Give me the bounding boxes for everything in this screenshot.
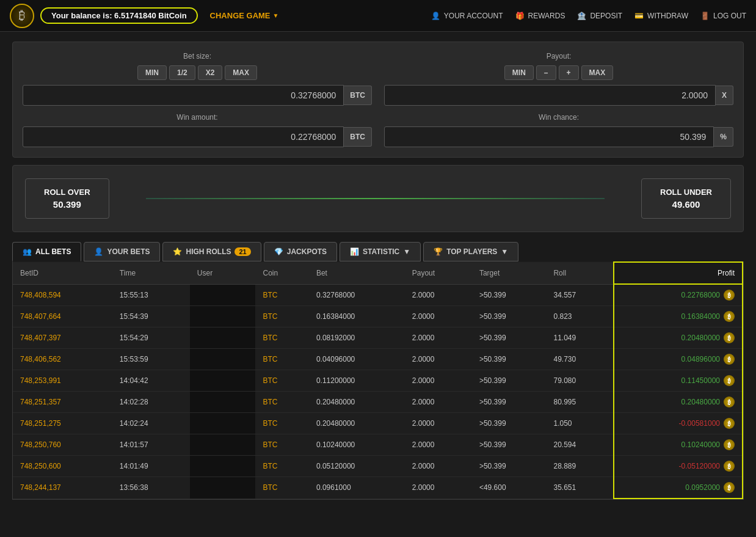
statistic-icon: 📊 (350, 247, 359, 256)
profit-value: -0.05120000 (679, 462, 720, 470)
logout-nav[interactable]: 🚪 LOG OUT (700, 12, 746, 20)
deposit-nav[interactable]: 🏦 DEPOSIT (577, 12, 622, 20)
cell-roll: 35.651 (546, 477, 614, 499)
tab-high-rolls[interactable]: ⭐ HIGH ROLLS 21 (162, 242, 261, 261)
payout-plus-button[interactable]: + (559, 65, 579, 80)
cell-user (190, 327, 256, 349)
tab-jackpots-label: JACKPOTS (287, 247, 327, 256)
roll-under-value: 49.600 (660, 199, 712, 210)
roll-section: ROLL OVER 50.399 ROLL UNDER 49.600 (12, 165, 744, 232)
rewards-icon: 🎁 (515, 12, 525, 20)
cell-betid: 748,251,357 (13, 392, 112, 413)
cell-profit: 0.20480000 ₿ (614, 392, 743, 413)
payout-label: Payout: (384, 52, 733, 60)
cell-target: >50.399 (472, 370, 547, 392)
cell-payout: 2.0000 (405, 434, 472, 456)
profit-btc-icon: ₿ (724, 461, 735, 472)
payout-minus-button[interactable]: – (536, 65, 556, 80)
tab-all-bets[interactable]: 👥 ALL BETS (12, 242, 81, 261)
profit-value: 0.16384000 (681, 312, 720, 321)
tab-statistic[interactable]: 📊 STATISTIC ▼ (340, 242, 421, 261)
logout-icon: 🚪 (700, 12, 710, 20)
cell-time: 14:01:57 (112, 434, 190, 456)
bet-size-input[interactable] (23, 85, 344, 106)
tab-top-players[interactable]: 🏆 TOP PLAYERS ▼ (423, 242, 518, 261)
cell-time: 14:02:24 (112, 413, 190, 434)
cell-betid: 748,251,275 (13, 413, 112, 434)
table-row[interactable]: 748,407,664 15:54:39 BTC 0.16384000 2.00… (13, 306, 743, 327)
cell-profit: 0.16384000 ₿ (614, 306, 743, 327)
profit-value: 0.20480000 (681, 398, 720, 406)
withdraw-nav[interactable]: 💳 WITHDRAW (634, 12, 688, 20)
cell-payout: 2.0000 (405, 392, 472, 413)
win-chance-input[interactable] (384, 126, 714, 147)
cell-bet: 0.11200000 (309, 370, 405, 392)
cell-user (190, 434, 256, 456)
header-nav: 👤 YOUR ACCOUNT 🎁 REWARDS 🏦 DEPOSIT 💳 WIT… (431, 12, 746, 20)
cell-payout: 2.0000 (405, 413, 472, 434)
bets-table-container: BetID Time User Coin Bet Payout Target R… (12, 261, 744, 500)
roll-under-button[interactable]: ROLL UNDER 49.600 (641, 178, 731, 219)
bet-double-button[interactable]: X2 (198, 65, 223, 80)
roll-over-button[interactable]: ROLL OVER 50.399 (25, 178, 109, 219)
bet-min-button[interactable]: MIN (137, 65, 167, 80)
tab-jackpots[interactable]: 💎 JACKPOTS (264, 242, 337, 261)
table-row[interactable]: 748,251,357 14:02:28 BTC 0.20480000 2.00… (13, 392, 743, 413)
top-players-icon: 🏆 (434, 247, 443, 256)
table-row[interactable]: 748,250,760 14:01:57 BTC 0.10240000 2.00… (13, 434, 743, 456)
cell-betid: 748,250,600 (13, 456, 112, 477)
cell-profit: 0.10240000 ₿ (614, 434, 743, 456)
cell-payout: 2.0000 (405, 477, 472, 499)
roll-over-label: ROLL OVER (44, 188, 90, 197)
cell-time: 14:04:42 (112, 370, 190, 392)
balance-display: Your balance is: 6.51741840 BitCoin (40, 7, 198, 24)
tab-top-players-label: TOP PLAYERS (446, 247, 497, 256)
bet-size-section: Bet size: MIN 1/2 X2 MAX BTC (23, 52, 372, 106)
cell-roll: 34.557 (546, 284, 614, 306)
bet-max-button[interactable]: MAX (225, 65, 257, 80)
logo-icon: ₿ (10, 4, 34, 28)
cell-profit: 0.20480000 ₿ (614, 327, 743, 349)
high-rolls-badge: 21 (234, 247, 250, 256)
bet-half-button[interactable]: 1/2 (169, 65, 195, 80)
profit-btc-icon: ₿ (724, 375, 735, 386)
cell-target: <49.600 (472, 477, 547, 499)
win-amount-input[interactable] (23, 126, 344, 147)
cell-payout: 2.0000 (405, 349, 472, 370)
table-row[interactable]: 748,408,594 15:55:13 BTC 0.32768000 2.00… (13, 284, 743, 306)
your-account-nav[interactable]: 👤 YOUR ACCOUNT (431, 12, 503, 20)
payout-max-button[interactable]: MAX (581, 65, 614, 80)
profit-value: 0.10240000 (681, 440, 720, 449)
cell-user (190, 306, 256, 327)
cell-bet: 0.16384000 (309, 306, 405, 327)
high-rolls-icon: ⭐ (173, 247, 182, 256)
cell-bet: 0.32768000 (309, 284, 405, 306)
table-row[interactable]: 748,250,600 14:01:49 BTC 0.05120000 2.00… (13, 456, 743, 477)
rewards-nav[interactable]: 🎁 REWARDS (515, 12, 565, 20)
table-row[interactable]: 748,253,991 14:04:42 BTC 0.11200000 2.00… (13, 370, 743, 392)
cell-bet: 0.10240000 (309, 434, 405, 456)
table-row[interactable]: 748,406,562 15:53:59 BTC 0.04096000 2.00… (13, 349, 743, 370)
table-row[interactable]: 748,244,137 13:56:38 BTC 0.0961000 2.000… (13, 477, 743, 499)
cell-betid: 748,407,397 (13, 327, 112, 349)
profit-value: 0.0952000 (685, 483, 720, 492)
cell-coin: BTC (255, 327, 308, 349)
tab-your-bets[interactable]: 👤 YOUR BETS (84, 242, 160, 261)
change-game-button[interactable]: CHANGE GAME (210, 11, 279, 20)
payout-input[interactable] (384, 85, 716, 106)
tab-your-bets-label: YOUR BETS (107, 247, 150, 256)
cell-target: >50.399 (472, 392, 547, 413)
cell-coin: BTC (255, 413, 308, 434)
cell-profit: 0.0952000 ₿ (614, 477, 743, 499)
col-header-bet: Bet (309, 262, 405, 284)
cell-betid: 748,406,562 (13, 349, 112, 370)
payout-section: Payout: MIN – + MAX X (384, 52, 733, 106)
cell-bet: 0.20480000 (309, 413, 405, 434)
win-amount-section: Win amount: BTC (23, 113, 372, 147)
payout-min-button[interactable]: MIN (504, 65, 534, 80)
cell-user (190, 349, 256, 370)
col-header-coin: Coin (255, 262, 308, 284)
table-row[interactable]: 748,407,397 15:54:29 BTC 0.08192000 2.00… (13, 327, 743, 349)
table-row[interactable]: 748,251,275 14:02:24 BTC 0.20480000 2.00… (13, 413, 743, 434)
col-header-payout: Payout (405, 262, 472, 284)
